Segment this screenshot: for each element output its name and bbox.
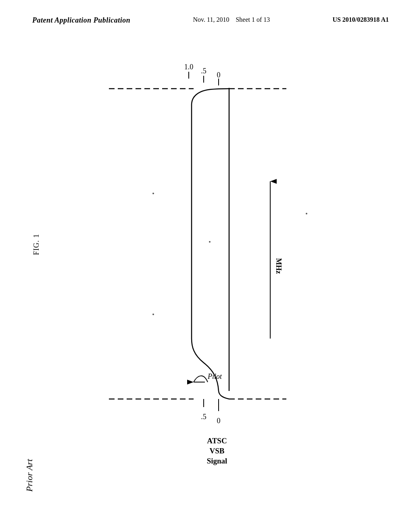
signal-label-signal: Signal bbox=[207, 457, 227, 465]
axis-label-bottom-2: 0 bbox=[217, 417, 221, 425]
pilot-bump bbox=[194, 376, 208, 382]
page: Patent Application Publication Nov. 11, … bbox=[0, 0, 413, 532]
top-rolloff bbox=[192, 89, 229, 105]
publication-date: Nov. 11, 2010 bbox=[193, 16, 229, 23]
right-dot-1 bbox=[306, 213, 307, 214]
signal-label-atsc: ATSC bbox=[207, 436, 227, 445]
bottom-rolloff-right bbox=[219, 391, 229, 399]
patent-number: US 2010/0283918 A1 bbox=[332, 16, 389, 23]
publication-label: Patent Application Publication bbox=[32, 16, 130, 25]
axis-label-1: 1.0 bbox=[184, 63, 194, 71]
left-dot-2 bbox=[152, 314, 154, 315]
center-dot bbox=[209, 241, 211, 243]
mhz-label: MHz bbox=[275, 258, 283, 274]
pilot-label: Pilot bbox=[207, 372, 222, 380]
axis-label-2: .5 bbox=[201, 67, 206, 75]
signal-body-left bbox=[192, 105, 219, 391]
spectrum-diagram: 1.0 .5 0 .5 0 bbox=[60, 56, 363, 480]
header: Patent Application Publication Nov. 11, … bbox=[0, 0, 413, 33]
axis-label-3: 0 bbox=[217, 71, 221, 79]
axis-label-bottom-1: .5 bbox=[201, 413, 206, 421]
sheet-info: Sheet 1 of 13 bbox=[236, 16, 270, 23]
prior-art-label: Prior Art bbox=[24, 459, 35, 492]
signal-label-vsb: VSB bbox=[210, 447, 225, 455]
header-center: Nov. 11, 2010 Sheet 1 of 13 bbox=[193, 16, 270, 23]
left-dot-1 bbox=[152, 193, 154, 194]
figure-label: FIG. 1 bbox=[32, 234, 41, 255]
